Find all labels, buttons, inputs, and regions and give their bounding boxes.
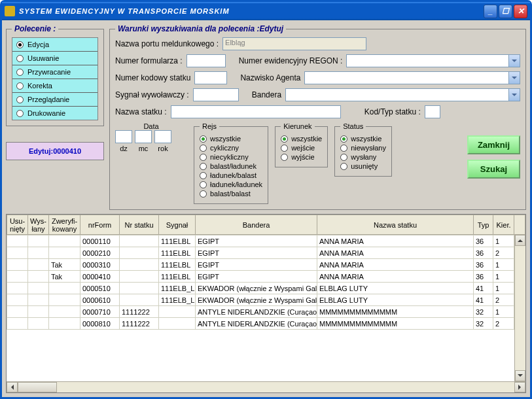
cell [7, 271, 28, 283]
option-label: Usuwanie [27, 54, 59, 62]
scroll-thumb[interactable] [18, 382, 57, 392]
sygnal-label: Sygnał wywoławczy : [115, 90, 189, 99]
table-row[interactable]: 00007101111222ANTYLE NIDERLANDZKIE (Cura… [7, 306, 525, 318]
column-header[interactable]: Zweryfi-kowany [49, 215, 80, 235]
option-label: balast/balast [210, 190, 251, 198]
cell [28, 294, 49, 306]
column-header[interactable]: Wys-łany [28, 215, 49, 235]
rejs-option[interactable]: niecykliczny [200, 152, 262, 162]
polecenie-option[interactable]: Korekta [12, 79, 98, 93]
table-row[interactable]: 0000110111ELBLEGIPTANNA MARIA361 [7, 235, 525, 247]
zamknij-button[interactable]: Zamknij [467, 135, 520, 154]
edit-status-box: Edytuj:0000410 [6, 142, 104, 160]
cell: 1111222 [120, 306, 159, 318]
cell: 111ELBL [159, 271, 196, 283]
table-row[interactable]: 0000610111ELB_LEKWADOR (włącznie z Wyspa… [7, 294, 525, 306]
cell [7, 283, 28, 294]
rejs-option[interactable]: ładunek/ładunek [200, 180, 262, 189]
kodowy-label: Numer kodowy statku [115, 73, 190, 82]
chevron-down-icon[interactable] [508, 72, 520, 84]
agent-combo[interactable] [304, 71, 520, 84]
chevron-down-icon[interactable] [508, 55, 520, 67]
column-header[interactable]: Bandera [196, 215, 317, 235]
scroll-right-button[interactable] [514, 382, 525, 392]
cell: 0000310 [80, 259, 120, 271]
app-icon [5, 6, 15, 16]
cell: Tak [49, 259, 80, 271]
option-label: wszystkie [291, 135, 322, 143]
rejs-option[interactable]: balast/balast [200, 189, 262, 198]
chevron-down-icon[interactable] [508, 89, 520, 101]
horizontal-scrollbar[interactable] [7, 381, 525, 392]
column-header[interactable]: Sygnał [159, 215, 196, 235]
cell: EGIPT [196, 259, 317, 271]
cell [7, 318, 28, 330]
polecenie-option[interactable]: Przywracanie [12, 65, 98, 79]
cell: 1 [493, 306, 514, 318]
column-header[interactable]: Nr statku [120, 215, 159, 235]
column-header[interactable]: Nazwa statku [317, 215, 474, 235]
scroll-down-button[interactable] [515, 370, 525, 381]
status-option[interactable]: usunięty [340, 162, 386, 171]
column-header[interactable]: nrForm [80, 215, 120, 235]
status-option[interactable]: wysłany [340, 152, 386, 162]
cell: 0000110 [80, 235, 120, 247]
kierunek-option[interactable]: wszystkie [281, 134, 322, 143]
cell: 111ELB_L [159, 294, 196, 306]
data-mc-input[interactable] [135, 130, 152, 143]
option-label: ładunek/ładunek [210, 181, 262, 188]
option-label: wszystkie [210, 135, 241, 143]
titlebar: SYSTEM EWIDENCYJNY W TRANSPORCIE MORSKIM… [2, 2, 530, 20]
kierunek-group: Kierunek wszystkiewejściewyjście [275, 122, 328, 167]
cell: 111ELB_L [159, 283, 196, 294]
column-header[interactable]: Kier. [493, 215, 514, 235]
kodowy-input[interactable] [194, 71, 227, 84]
polecenie-option[interactable]: Usuwanie [12, 52, 98, 65]
minimize-button[interactable]: _ [484, 5, 497, 18]
polecenie-option[interactable]: Drukowanie [12, 107, 98, 120]
maximize-button[interactable]: ☐ [499, 5, 512, 18]
scroll-up-button[interactable] [515, 235, 525, 246]
status-option[interactable]: niewysłany [340, 143, 386, 152]
rejs-option[interactable]: balast/ładunek [200, 162, 262, 171]
cell: 1 [493, 235, 514, 247]
regon-combo[interactable] [346, 54, 520, 67]
column-header[interactable]: Typ [474, 215, 493, 235]
table-row[interactable]: 0000210111ELBLEGIPTANNA MARIA362 [7, 247, 525, 259]
table-row[interactable]: 0000510111ELB_LEKWADOR (włącznie z Wyspa… [7, 283, 525, 294]
kierunek-option[interactable]: wejście [281, 143, 322, 152]
bandera-combo[interactable] [285, 88, 520, 101]
rejs-option[interactable]: wszystkie [200, 134, 262, 143]
radio-icon [16, 110, 24, 117]
kierunek-option[interactable]: wyjście [281, 152, 322, 162]
rejs-option[interactable]: cykliczny [200, 143, 262, 152]
rejs-option[interactable]: ładunek/balast [200, 171, 262, 180]
column-header[interactable]: Usu-nięty [7, 215, 28, 235]
szukaj-button[interactable]: Szukaj [467, 160, 520, 179]
cell [7, 306, 28, 318]
table-row[interactable]: Tak0000310111ELBLEGIPTANNA MARIA361 [7, 259, 525, 271]
close-button[interactable]: ✕ [514, 5, 527, 18]
cell [28, 271, 49, 283]
polecenie-group: Polecenie : EdycjaUsuwaniePrzywracanieKo… [6, 24, 104, 126]
table-row[interactable]: Tak0000410111ELBLEGIPTANNA MARIA361 [7, 271, 525, 283]
option-label: Korekta [27, 82, 52, 90]
cell: ANTYLE NIDERLANDZKIE (Curaçao, I [196, 318, 317, 330]
sygnal-input[interactable] [193, 88, 239, 101]
data-dz-input[interactable] [115, 130, 132, 143]
vertical-scrollbar[interactable] [514, 235, 525, 381]
cell [120, 283, 159, 294]
radio-icon [16, 55, 24, 62]
status-option[interactable]: wszystkie [340, 134, 386, 143]
polecenie-option[interactable]: Edycja [12, 38, 98, 52]
nazwa-statku-input[interactable] [171, 105, 341, 118]
numer-form-input[interactable] [186, 54, 226, 67]
results-grid[interactable]: Usu-niętyWys-łanyZweryfi-kowanynrFormNr … [6, 214, 526, 393]
warunki-group: Warunki wyszukiwania dla polecenia :Edyt… [109, 24, 526, 210]
kodtyp-input[interactable] [425, 105, 440, 118]
nazwa-statku-label: Nazwa statku : [115, 107, 167, 116]
table-row[interactable]: 00008101111222ANTYLE NIDERLANDZKIE (Cura… [7, 318, 525, 330]
polecenie-option[interactable]: Przeglądanie [12, 93, 98, 107]
scroll-left-button[interactable] [7, 382, 18, 392]
data-rok-input[interactable] [154, 130, 171, 143]
